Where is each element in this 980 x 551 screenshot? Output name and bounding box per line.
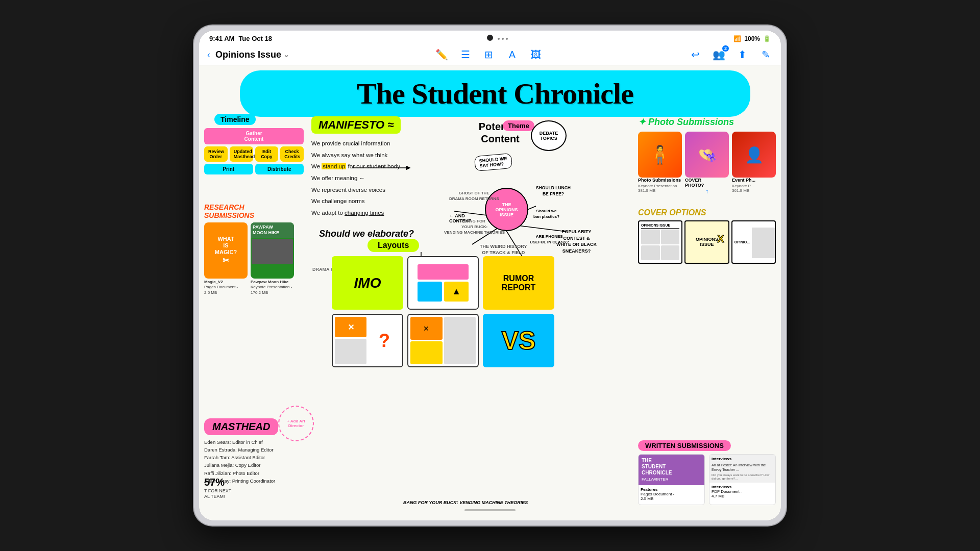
photo-thumb-3[interactable]: 👤 Event Ph... Keynote P...361.9 MB xyxy=(732,132,776,195)
photo-img-3: 👤 xyxy=(732,132,776,178)
research-docs: WHATISMAGIC?✂ Magic_V2 Pages Document - … xyxy=(204,222,306,295)
bang-buck: BANG FORYOUR BUCK:VENDING MACHINE THEORI… xyxy=(444,218,505,236)
undo-tool[interactable]: ↩ xyxy=(688,47,702,62)
bang-text: BANG FOR YOUR BUCK: VENDING MACHINE THEO… xyxy=(403,500,528,505)
photo-cap-3: Event Ph... xyxy=(732,178,776,183)
cover-thumb-3[interactable]: OPINIO... xyxy=(731,220,776,264)
photo-sub-1: Keynote Presentation381.9 MB xyxy=(638,184,682,193)
pawpaw-doc[interactable]: PAWPAWMOON HIKE Pawpaw Moon Hike Keynote… xyxy=(251,222,294,295)
ipad-screen: 9:41 AM Tue Oct 18 📶 100% 🔋 xyxy=(199,31,781,520)
pencil-tool[interactable]: ✏️ xyxy=(435,47,449,62)
photo-sub-label: ✦ Photo Submissions xyxy=(638,116,776,128)
manifesto-label: MANIFESTO ≈ xyxy=(311,116,401,134)
timeline-grid: GatherContent ReviewOrder UpdatedMasthea… xyxy=(204,128,304,174)
chronicle-title: The Student Chronicle xyxy=(255,77,735,111)
timeline-section: Timeline GatherContent ReviewOrder Updat… xyxy=(204,114,304,174)
progress-text: T FOR NEXTAL TEAM! xyxy=(204,488,231,500)
layout-vs[interactable]: VS xyxy=(483,314,554,367)
screen: 9:41 AM Tue Oct 18 📶 100% 🔋 xyxy=(199,31,781,520)
photo-thumbnails: 🧍 Photo Submissions Keynote Presentation… xyxy=(638,132,776,195)
photo-cap-1: Photo Submissions xyxy=(638,178,682,183)
layouts-section: Layouts IMO xyxy=(332,239,572,367)
add-art-director[interactable]: + Add ArtDirector xyxy=(278,406,314,441)
manifesto-section: MANIFESTO ≈ We provide crucial informati… xyxy=(311,116,449,219)
tl-check[interactable]: CheckCredits xyxy=(280,146,304,162)
magic-doc[interactable]: WHATISMAGIC?✂ Magic_V2 Pages Document - … xyxy=(204,222,248,295)
tl-gather[interactable]: GatherContent xyxy=(204,128,304,144)
status-right: 📶 100% 🔋 xyxy=(733,35,771,42)
camera xyxy=(487,35,493,41)
layout-thumbs: IMO ▲ xyxy=(332,256,572,367)
layout-question[interactable]: ✕ xyxy=(407,314,479,367)
photo-cap-2: COVERPHOTO? xyxy=(685,178,729,188)
ban-plastics: Should weban plastics? xyxy=(533,208,559,219)
written-docs: THESTUDENTCHRONICLEFALL/WINTER Features … xyxy=(638,454,776,505)
edit-tool[interactable]: ✎ xyxy=(758,47,773,62)
written-interview-preview: Interviews An at Poster: An interview wi… xyxy=(709,455,775,483)
battery-icon: 🔋 xyxy=(763,35,771,42)
photo-thumb-1[interactable]: 🧍 Photo Submissions Keynote Presentation… xyxy=(638,132,682,195)
cover-thumbs: OPINIONS ISSUE xyxy=(638,220,776,264)
status-time: 9:41 AM xyxy=(209,35,234,42)
cover-options-section: COVER OPTIONS OPINIONS ISSUE xyxy=(638,208,776,264)
cover-thumb-1[interactable]: OPINIONS ISSUE xyxy=(638,220,682,264)
tl-edit-copy[interactable]: Edit Copy xyxy=(255,146,279,162)
tl-distribute[interactable]: Distribute xyxy=(255,164,304,174)
tl-print[interactable]: Print xyxy=(204,164,253,174)
magic-thumb: WHATISMAGIC?✂ xyxy=(204,222,248,279)
cover-thumb-2[interactable]: OPINIONSISSUE X xyxy=(684,220,729,264)
home-indicator xyxy=(464,509,516,511)
photo-submissions-section: ✦ Photo Submissions 🧍 Photo Submissions … xyxy=(638,116,776,195)
written-section: WRITTEN SUBMISSIONS THESTUDENTCHRONICLEF… xyxy=(638,440,776,505)
photo-thumb-2[interactable]: 👒 COVERPHOTO? ↑ xyxy=(685,132,729,195)
nav-right-tools: ↩ 👥 2 ⬆ ✎ xyxy=(688,47,773,62)
research-section: RESEARCHSUBMISSIONS WHATISMAGIC?✂ Magic_… xyxy=(204,203,306,295)
share-tool[interactable]: ⊞ xyxy=(482,47,496,62)
ipad-device: 9:41 AM Tue Oct 18 📶 100% 🔋 xyxy=(194,26,786,525)
photo-img-2: 👒 xyxy=(685,132,729,178)
title-chevron[interactable]: ⌄ xyxy=(283,51,289,59)
written-label: WRITTEN SUBMISSIONS xyxy=(638,440,731,451)
say-how-bubble: SHOULD WESAY HOW? xyxy=(474,153,512,171)
canvas[interactable]: The Student Chronicle Timeline GatherCon… xyxy=(199,65,781,520)
status-center xyxy=(498,38,508,40)
written-main: THESTUDENTCHRONICLEFALL/WINTER xyxy=(639,455,704,485)
progress-pct: 57% xyxy=(204,477,225,488)
debate-topics: DEBATETOPICS xyxy=(531,120,567,151)
tl-review[interactable]: ReviewOrder xyxy=(204,146,228,162)
text-tool[interactable]: A xyxy=(505,47,520,62)
masthead-label: MASTHEAD xyxy=(204,418,278,435)
collab-tool[interactable]: 👥 2 xyxy=(712,47,726,62)
magic-caption: Magic_V2 Pages Document - 2.5 MB xyxy=(204,280,248,295)
manifesto-items: We provide crucial information We always… xyxy=(311,138,449,219)
research-label: RESEARCHSUBMISSIONS xyxy=(204,203,306,219)
back-button[interactable]: ‹ xyxy=(207,49,210,60)
nav-title: Opinions Issue ⌄ xyxy=(215,49,289,60)
layout-colorful[interactable]: ▲ xyxy=(407,256,479,310)
should-lunch: SHOULD LUNCHBE FREE? xyxy=(536,185,571,197)
photo-img-1: 🧍 xyxy=(638,132,682,178)
document-tool[interactable]: ☰ xyxy=(458,47,473,62)
layout-rumor[interactable]: RUMORREPORT xyxy=(483,256,554,310)
written-cap-1: Features Pages Document - 2.5 MB xyxy=(639,485,704,503)
layout-imo[interactable]: IMO xyxy=(332,256,403,310)
wifi-icon: 📶 xyxy=(733,35,741,42)
theme-label: Theme xyxy=(503,120,534,131)
collab-badge: 2 xyxy=(722,45,729,52)
elaborate-text: Should we elaborate? xyxy=(319,229,414,239)
progress-area: 57% T FOR NEXTAL TEAM! xyxy=(204,477,231,500)
layout-sketch[interactable]: ✕ ? xyxy=(332,314,403,367)
pawpaw-thumb: PAWPAWMOON HIKE xyxy=(251,222,294,279)
export-tool[interactable]: ⬆ xyxy=(735,47,749,62)
main-content: The Student Chronicle Timeline GatherCon… xyxy=(199,65,781,520)
tl-masthead[interactable]: UpdatedMasthead xyxy=(230,146,253,162)
layouts-label-wrap: Layouts xyxy=(332,239,572,256)
status-date: Tue Oct 18 xyxy=(238,35,272,42)
written-doc-2[interactable]: Interviews An at Poster: An interview wi… xyxy=(709,454,776,505)
written-doc-1[interactable]: THESTUDENTCHRONICLEFALL/WINTER Features … xyxy=(638,454,705,505)
photo-tool[interactable]: 🖼 xyxy=(529,47,543,62)
chronicle-banner: The Student Chronicle xyxy=(240,70,750,117)
timeline-label: Timeline xyxy=(214,114,256,125)
photo-sub-3: Keynote P...361.9 MB xyxy=(732,184,776,193)
written-cap-2: Interviews PDF Document - 4.7 MB xyxy=(709,483,775,500)
